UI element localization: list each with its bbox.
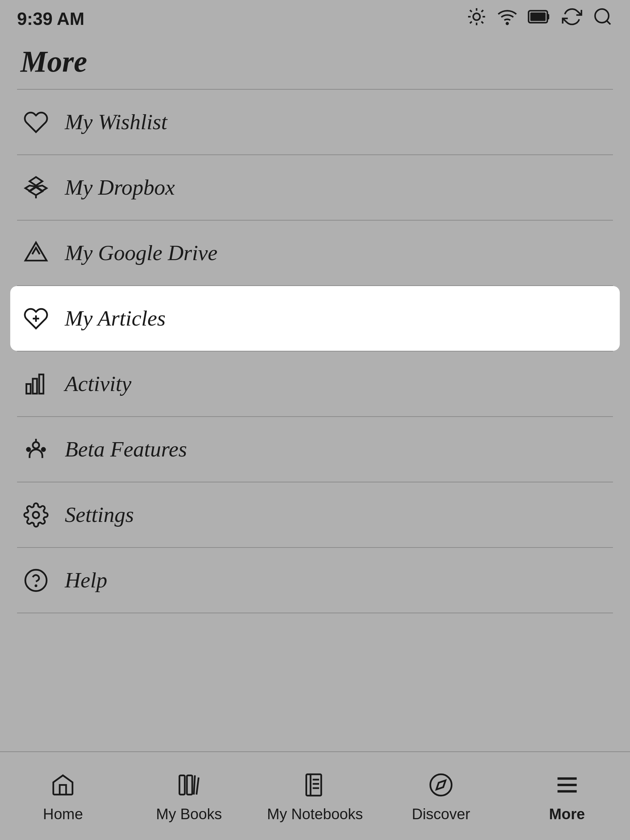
activity-label: Activity: [65, 371, 131, 396]
brightness-icon: [466, 6, 487, 31]
notebooks-nav-icon: [300, 770, 330, 801]
svg-line-8: [482, 10, 483, 12]
heart-icon: [21, 107, 51, 137]
page-title: More: [0, 34, 630, 89]
articles-icon: [21, 303, 51, 334]
svg-point-22: [33, 512, 39, 518]
svg-line-4: [482, 22, 483, 23]
svg-line-14: [607, 21, 611, 25]
more-nav-icon: [552, 770, 582, 801]
svg-point-18: [33, 442, 39, 448]
svg-point-23: [25, 570, 47, 591]
status-time: 9:39 AM: [17, 8, 84, 29]
svg-line-7: [470, 22, 472, 23]
sync-icon: [562, 6, 582, 31]
nav-item-home[interactable]: Home: [0, 763, 126, 829]
svg-point-20: [27, 448, 30, 451]
notebooks-nav-label: My Notebooks: [267, 805, 363, 823]
dropbox-label: My Dropbox: [65, 175, 175, 200]
svg-point-13: [595, 9, 609, 23]
help-label: Help: [65, 568, 107, 593]
menu-item-beta[interactable]: Beta Features: [0, 417, 630, 482]
menu-item-articles[interactable]: My Articles: [10, 286, 620, 351]
help-icon: [21, 565, 51, 595]
svg-marker-33: [436, 780, 445, 789]
menu-list: My Wishlist My Dropbox My Google Drive: [0, 90, 630, 613]
more-nav-label: More: [549, 805, 585, 823]
menu-item-settings[interactable]: Settings: [0, 482, 630, 547]
svg-rect-25: [179, 775, 185, 794]
settings-label: Settings: [65, 502, 134, 527]
search-status-icon[interactable]: [592, 6, 613, 31]
home-nav-label: Home: [43, 805, 83, 823]
svg-point-9: [507, 23, 508, 25]
svg-line-3: [470, 10, 472, 12]
google-drive-label: My Google Drive: [65, 240, 218, 265]
nav-item-my-notebooks[interactable]: My Notebooks: [252, 763, 378, 829]
menu-item-activity[interactable]: Activity: [0, 352, 630, 416]
dropbox-icon: [21, 172, 51, 203]
beta-label: Beta Features: [65, 437, 187, 462]
svg-rect-15: [26, 384, 31, 393]
nav-item-more[interactable]: More: [504, 763, 630, 829]
svg-point-21: [42, 448, 45, 451]
beta-icon: [21, 434, 51, 465]
svg-rect-11: [531, 13, 546, 21]
bottom-nav: Home My Books My Notebooks: [0, 752, 630, 840]
wifi-icon: [497, 6, 518, 31]
svg-rect-27: [306, 774, 322, 796]
divider-8: [17, 613, 613, 613]
svg-point-32: [430, 774, 452, 796]
home-nav-icon: [48, 770, 78, 801]
settings-icon: [21, 499, 51, 530]
svg-rect-26: [187, 775, 192, 794]
menu-item-wishlist[interactable]: My Wishlist: [0, 90, 630, 155]
menu-item-help[interactable]: Help: [0, 548, 630, 613]
books-nav-icon: [174, 770, 204, 801]
status-icons: [466, 6, 613, 31]
books-nav-label: My Books: [156, 805, 222, 823]
discover-nav-icon: [426, 770, 456, 801]
nav-item-my-books[interactable]: My Books: [126, 763, 252, 829]
svg-rect-16: [33, 378, 37, 393]
svg-rect-17: [39, 374, 43, 393]
status-bar: 9:39 AM: [0, 0, 630, 34]
discover-nav-label: Discover: [412, 805, 470, 823]
articles-label: My Articles: [65, 306, 166, 331]
activity-icon: [21, 368, 51, 399]
svg-point-0: [473, 13, 480, 20]
menu-item-google-drive[interactable]: My Google Drive: [0, 221, 630, 285]
menu-item-dropbox[interactable]: My Dropbox: [0, 155, 630, 220]
wishlist-label: My Wishlist: [65, 109, 167, 135]
nav-item-discover[interactable]: Discover: [378, 763, 504, 829]
battery-icon: [528, 6, 552, 31]
google-drive-icon: [21, 238, 51, 268]
